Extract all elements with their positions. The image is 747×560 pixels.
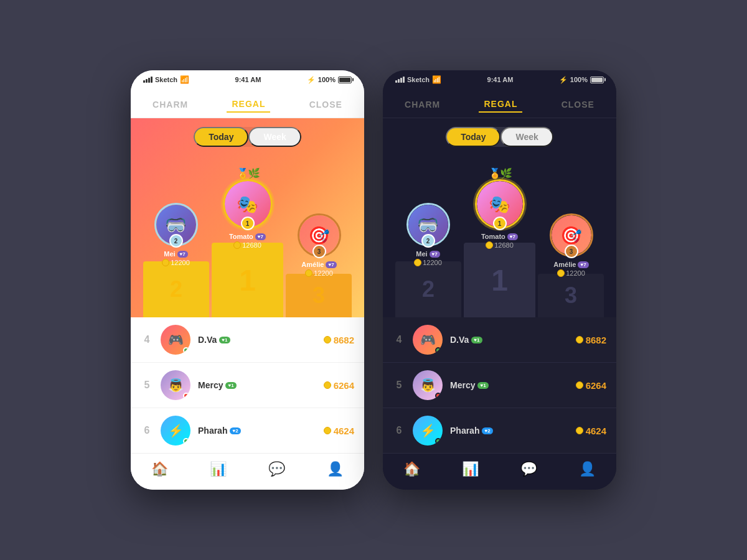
nav-home-light[interactable]: 🏠	[151, 461, 168, 477]
bottom-nav-light: 🏠 📊 💬 👤	[131, 453, 364, 490]
badge-3-light: 3	[312, 245, 326, 258]
list-item-4-dark[interactable]: 4 🎮 D.Va ♥1 8682	[383, 317, 616, 363]
name-tomato-dark: Tomato ♥7	[481, 233, 518, 240]
signal-bars-dark	[395, 77, 405, 83]
carrier-name-dark: Sketch	[407, 76, 430, 83]
pharah-info-light: Pharah ♥2	[198, 426, 324, 436]
list-item-6-light[interactable]: 6 ⚡ Pharah ♥2 4624	[131, 408, 364, 453]
list-section-dark: 4 🎮 D.Va ♥1 8682 5 👼	[383, 317, 616, 453]
avatar-mercy-light: 👼	[161, 370, 190, 400]
toggle-today-dark[interactable]: Today	[446, 127, 500, 147]
status-dot-mercy-dark	[435, 393, 441, 399]
avatar-dva-light: 🎮	[161, 325, 190, 355]
dva-info-dark: D.Va ♥1	[450, 335, 576, 345]
vip-amelie-dark: ♥7	[578, 261, 588, 268]
rank-5-dark: 5	[393, 380, 405, 391]
nav-chart-dark[interactable]: 📊	[462, 461, 479, 477]
dva-score-light: 8682	[324, 335, 354, 345]
name-amelie-light: Amélie ♥7	[301, 261, 336, 268]
avatar-rank1-light: 🏅🌿 🎭 1 Tomato ♥7 12680	[223, 167, 273, 249]
name-tomato-light: Tomato ♥7	[229, 233, 266, 240]
badge-2-light: 2	[169, 234, 183, 248]
status-right-dark: ⚡ 100%	[559, 76, 604, 84]
page-wrapper: Sketch 📶 9:41 AM ⚡ 100% CHARM REGAL CLOS…	[131, 70, 616, 490]
score-amelie-dark: 12200	[557, 269, 585, 277]
tab-close-light[interactable]: CLOSE	[304, 97, 347, 112]
tabs-dark: CHARM REGAL CLOSE	[383, 89, 616, 118]
badge-1-dark: 1	[493, 217, 507, 230]
score-amelie-light: 12200	[305, 269, 333, 277]
wifi-icon: 📶	[180, 75, 189, 84]
tab-regal-dark[interactable]: REGAL	[479, 96, 522, 113]
list-item-5-light[interactable]: 5 👼 Mercy ♥1 6264	[131, 363, 364, 408]
tabs-light: CHARM REGAL CLOSE	[131, 89, 364, 118]
list-item-4-light[interactable]: 4 🎮 D.Va ♥1 8682	[131, 317, 364, 363]
status-bar-light: Sketch 📶 9:41 AM ⚡ 100%	[131, 70, 364, 89]
nav-profile-dark[interactable]: 👤	[579, 461, 596, 477]
list-item-5-dark[interactable]: 5 👼 Mercy ♥1 6264	[383, 363, 616, 408]
toggle-week-light[interactable]: Week	[248, 127, 301, 147]
podium-stand-3-light: 3	[286, 274, 352, 317]
bluetooth-icon: ⚡	[307, 76, 316, 84]
podium-stand-3-dark: 3	[538, 274, 604, 317]
avatar-rank3-dark: 🎯 3 Amélie ♥7 12200	[550, 213, 593, 277]
battery-icon-dark	[590, 77, 604, 83]
battery-percent-dark: 100%	[570, 76, 588, 83]
list-item-6-dark[interactable]: 6 ⚡ Pharah ♥2 4624	[383, 408, 616, 453]
nav-home-dark[interactable]: 🏠	[403, 461, 420, 477]
rank-5-light: 5	[141, 380, 153, 391]
tab-close-dark[interactable]: CLOSE	[557, 97, 599, 112]
phone-light: Sketch 📶 9:41 AM ⚡ 100% CHARM REGAL CLOS…	[131, 70, 364, 490]
time-display: 9:41 AM	[235, 76, 261, 83]
status-dot-pharah-light	[183, 438, 189, 444]
mercy-info-light: Mercy ♥1	[198, 380, 324, 390]
podium-stand-1-light: 1	[212, 243, 283, 317]
score-tomato-dark: 12680	[486, 241, 514, 249]
rank-4-light: 4	[141, 334, 153, 345]
mercy-name-light: Mercy ♥1	[198, 380, 324, 390]
nav-profile-light[interactable]: 👤	[327, 461, 344, 477]
status-dot-pharah-dark	[435, 438, 441, 444]
bottom-nav-dark: 🏠 📊 💬 👤	[383, 453, 616, 490]
status-dot-dva-light	[183, 347, 189, 353]
podium-stand-2-light: 2	[143, 261, 209, 317]
toggle-container-dark: Today Week	[446, 127, 553, 147]
status-bar-dark: Sketch 📶 9:41 AM ⚡ 100%	[383, 70, 616, 89]
signal-bars	[143, 77, 153, 83]
nav-chat-dark[interactable]: 💬	[520, 461, 537, 477]
name-mei-light: Mei ♥7	[164, 250, 188, 258]
podium-stand-2-dark: 2	[395, 261, 461, 317]
avatar-mercy-dark: 👼	[413, 370, 443, 400]
time-display-dark: 9:41 AM	[487, 76, 514, 83]
wifi-icon-dark: 📶	[432, 75, 441, 84]
bluetooth-icon-dark: ⚡	[559, 76, 568, 84]
nav-chat-light[interactable]: 💬	[268, 461, 285, 477]
dva-score-dark: 8682	[576, 335, 606, 345]
pharah-score-light: 4624	[324, 426, 354, 436]
status-dot-mercy-light	[183, 393, 189, 399]
score-mei-light: 12200	[162, 259, 190, 266]
status-right: ⚡ 100%	[307, 76, 352, 84]
vip-amelie-light: ♥7	[326, 261, 336, 268]
avatar-dva-dark: 🎮	[413, 325, 443, 355]
tab-regal-light[interactable]: REGAL	[227, 96, 270, 113]
name-amelie-dark: Amélie ♥7	[553, 261, 588, 268]
battery-percent: 100%	[318, 76, 336, 83]
status-left-dark: Sketch 📶	[395, 75, 441, 84]
avatar-rank2-dark: 🥽 2 Mei ♥7 12200	[406, 203, 450, 266]
pharah-info-dark: Pharah ♥2	[450, 426, 576, 436]
toggle-week-dark[interactable]: Week	[500, 127, 553, 147]
podium-section-light: Today Week 2 1 3 🏅🌿	[131, 118, 364, 317]
status-dot-dva-dark	[435, 347, 441, 353]
carrier-name: Sketch	[155, 76, 177, 83]
score-tomato-light: 12680	[233, 241, 261, 249]
phone-dark: Sketch 📶 9:41 AM ⚡ 100% CHARM REGAL CLOS…	[383, 70, 616, 490]
avatar-rank1-dark: 🏅🌿 🎭 1 Tomato ♥7 12680	[475, 167, 525, 249]
nav-chart-light[interactable]: 📊	[210, 461, 227, 477]
toggle-today-light[interactable]: Today	[194, 127, 248, 147]
toggle-group-light: Today Week	[131, 118, 364, 152]
avatar-rank3-light: 🎯 3 Amélie ♥7 12200	[298, 213, 341, 277]
tab-charm-dark[interactable]: CHARM	[400, 97, 445, 112]
dva-info-light: D.Va ♥1	[198, 335, 324, 345]
tab-charm-light[interactable]: CHARM	[148, 97, 193, 112]
